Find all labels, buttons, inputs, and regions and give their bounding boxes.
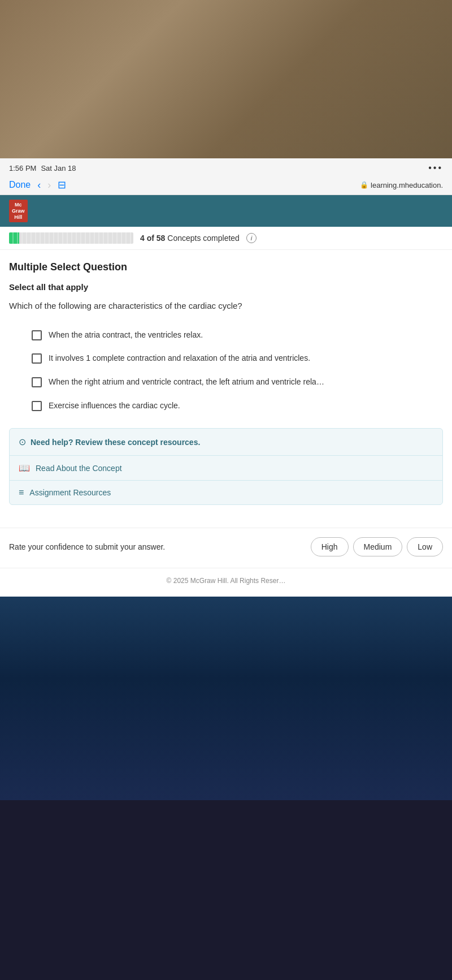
help-title: Need help? Review these concept resource… bbox=[31, 438, 200, 447]
confidence-low-button[interactable]: Low bbox=[407, 537, 443, 556]
assignment-resources-label: Assignment Resources bbox=[29, 488, 111, 497]
progress-bar bbox=[9, 232, 133, 244]
url-bar: 🔒 learning.mheducation. bbox=[360, 181, 443, 189]
help-chevron-icon: ⊙ bbox=[19, 437, 26, 447]
choice-text-2: It involves 1 complete contraction and r… bbox=[49, 353, 310, 364]
back-arrow-button[interactable]: ‹ bbox=[37, 179, 41, 191]
confidence-buttons: High Medium Low bbox=[311, 537, 443, 556]
logo-line3: Hill bbox=[14, 214, 22, 220]
confidence-high-button[interactable]: High bbox=[311, 537, 349, 556]
status-dots: ••• bbox=[428, 163, 443, 172]
choice-item-2[interactable]: It involves 1 complete contraction and r… bbox=[32, 353, 443, 364]
mgh-header: Mc Graw Hill bbox=[0, 195, 452, 227]
background-texture-bottom bbox=[0, 597, 452, 800]
checkbox-1[interactable] bbox=[32, 330, 42, 340]
choice-text-1: When the atria contract, the ventricles … bbox=[49, 330, 203, 341]
status-bar-left: 1:56 PM Sat Jan 18 bbox=[9, 164, 76, 172]
confidence-label: Rate your confidence to submit your answ… bbox=[9, 542, 305, 551]
background-texture-top bbox=[0, 0, 452, 158]
view-icon-button[interactable]: ⊟ bbox=[58, 179, 66, 191]
book-icon: 📖 bbox=[19, 463, 30, 473]
progress-total: 58 bbox=[157, 234, 166, 243]
browser-nav-bar: Done ‹ › ⊟ 🔒 learning.mheducation. bbox=[0, 175, 452, 195]
read-concept-label: Read About the Concept bbox=[36, 464, 122, 473]
choice-item-4[interactable]: Exercise influences the cardiac cycle. bbox=[32, 400, 443, 412]
choice-text-4: Exercise influences the cardiac cycle. bbox=[49, 400, 180, 412]
checkbox-3[interactable] bbox=[32, 377, 42, 387]
mgh-logo: Mc Graw Hill bbox=[9, 200, 28, 222]
footer: © 2025 McGraw Hill. All Rights Reser… bbox=[0, 568, 452, 597]
forward-arrow-button[interactable]: › bbox=[47, 179, 51, 191]
list-icon: ≡ bbox=[19, 487, 24, 498]
confidence-section: Rate your confidence to submit your answ… bbox=[0, 528, 452, 568]
checkbox-2[interactable] bbox=[32, 353, 42, 364]
choice-item-3[interactable]: When the right atrium and ventricle cont… bbox=[32, 377, 443, 388]
status-time: 1:56 PM bbox=[9, 164, 36, 172]
progress-area: 4 of 58 Concepts completed i bbox=[0, 227, 452, 250]
choice-item-1[interactable]: When the atria contract, the ventricles … bbox=[32, 330, 443, 341]
url-text: learning.mheducation. bbox=[371, 181, 443, 189]
progress-current: 4 bbox=[140, 234, 145, 243]
status-date: Sat Jan 18 bbox=[41, 164, 76, 172]
progress-bar-stripes bbox=[9, 232, 133, 244]
question-type-label: Multiple Select Question bbox=[9, 261, 443, 273]
question-instruction: Select all that apply bbox=[9, 282, 443, 292]
progress-text: 4 of 58 Concepts completed bbox=[140, 234, 240, 243]
help-header[interactable]: ⊙ Need help? Review these concept resour… bbox=[10, 429, 442, 456]
assignment-resources-item[interactable]: ≡ Assignment Resources bbox=[10, 481, 442, 504]
status-bar-right: ••• bbox=[428, 163, 443, 173]
read-concept-item[interactable]: 📖 Read About the Concept bbox=[10, 456, 442, 481]
info-icon-button[interactable]: i bbox=[246, 233, 257, 243]
info-icon-label: i bbox=[250, 235, 252, 241]
checkbox-4[interactable] bbox=[32, 401, 42, 411]
question-text: Which of the following are characteristi… bbox=[9, 300, 443, 313]
help-section: ⊙ Need help? Review these concept resour… bbox=[9, 428, 443, 505]
status-bar: 1:56 PM Sat Jan 18 ••• bbox=[0, 158, 452, 175]
footer-text: © 2025 McGraw Hill. All Rights Reser… bbox=[167, 577, 286, 585]
logo-line1: Mc bbox=[15, 202, 22, 208]
lock-icon: 🔒 bbox=[360, 181, 368, 189]
choices-container: When the atria contract, the ventricles … bbox=[9, 330, 443, 411]
confidence-medium-button[interactable]: Medium bbox=[353, 537, 403, 556]
main-content: Multiple Select Question Select all that… bbox=[0, 250, 452, 528]
done-button[interactable]: Done bbox=[9, 180, 31, 190]
logo-line2: Graw bbox=[12, 208, 25, 214]
progress-label: Concepts completed bbox=[167, 234, 240, 243]
choice-text-3: When the right atrium and ventricle cont… bbox=[49, 377, 324, 388]
